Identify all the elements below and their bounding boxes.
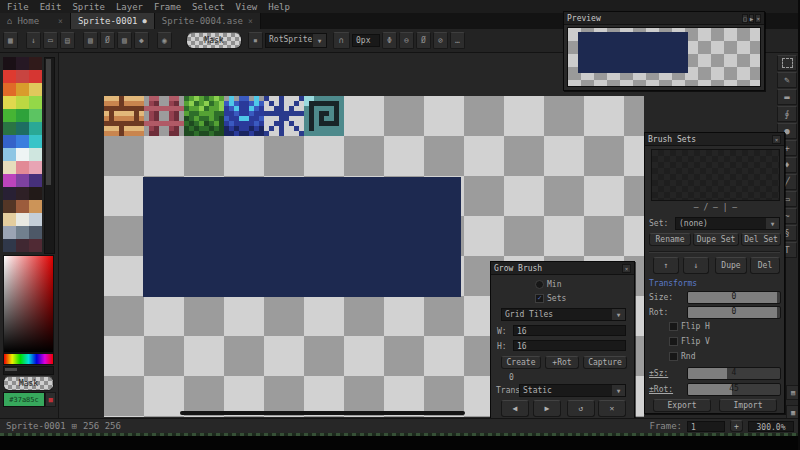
- menu-item-layer[interactable]: Layer: [116, 2, 143, 12]
- toolbar-button[interactable]: ◆: [134, 32, 149, 49]
- sets-checkbox[interactable]: ✓: [535, 294, 544, 303]
- dialog-close-button[interactable]: ✕: [598, 400, 626, 417]
- palette-swatch[interactable]: [3, 213, 16, 226]
- symmetry-option-button[interactable]: Ø: [416, 32, 431, 49]
- set-dropdown[interactable]: (none) ▼: [675, 217, 780, 230]
- width-field[interactable]: 16: [513, 325, 626, 336]
- palette-swatch[interactable]: [16, 96, 29, 109]
- palette-swatch[interactable]: [16, 57, 29, 70]
- flip-v-checkbox[interactable]: [669, 337, 678, 346]
- import-button[interactable]: Import: [719, 399, 777, 412]
- dupe-button[interactable]: Dupe: [715, 257, 747, 274]
- add-frame-button[interactable]: +: [730, 420, 743, 432]
- move-up-button[interactable]: ↑: [653, 257, 679, 274]
- menu-item-edit[interactable]: Edit: [40, 2, 62, 12]
- palette-swatch[interactable]: [29, 239, 42, 252]
- tab-sprite-0001[interactable]: Sprite-0001 ●: [71, 13, 155, 29]
- symmetry-option-button[interactable]: …: [450, 32, 465, 49]
- canvas-horizontal-scrollbar[interactable]: [180, 411, 465, 415]
- eyedropper-tool[interactable]: ∮: [777, 106, 797, 122]
- hue-bar[interactable]: [3, 353, 54, 365]
- toolbar-button[interactable]: ▤: [60, 32, 75, 49]
- palette-swatch[interactable]: [3, 96, 16, 109]
- toolbar-button[interactable]: ▩: [3, 32, 18, 49]
- palette-swatch[interactable]: [29, 70, 42, 83]
- menu-item-sprite[interactable]: Sprite: [72, 2, 105, 12]
- spray-width-field[interactable]: 0px: [352, 34, 380, 47]
- palette-swatch[interactable]: [16, 174, 29, 187]
- del-set-button[interactable]: Del Set: [741, 233, 781, 246]
- toolbar-button[interactable]: ▨: [117, 32, 132, 49]
- symmetry-option-button[interactable]: Φ: [382, 32, 397, 49]
- palette-swatch[interactable]: [3, 135, 16, 148]
- close-icon[interactable]: ×: [772, 135, 781, 144]
- plus-rot-button[interactable]: +Rot: [545, 356, 579, 369]
- eraser-tool[interactable]: ▬: [777, 89, 797, 105]
- palette-swatch[interactable]: [16, 109, 29, 122]
- rnd-checkbox[interactable]: [669, 352, 678, 361]
- next-button[interactable]: ▶: [533, 400, 561, 417]
- palette-swatch[interactable]: [29, 174, 42, 187]
- palette-swatch[interactable]: [16, 148, 29, 161]
- capture-button[interactable]: Capture: [583, 356, 627, 369]
- del-button[interactable]: Del: [750, 257, 780, 274]
- palette-scrollbar[interactable]: [44, 57, 55, 254]
- palette-swatch[interactable]: [16, 187, 29, 200]
- palette-swatch[interactable]: [3, 83, 16, 96]
- delta-size-slider[interactable]: 4: [687, 367, 781, 380]
- tab-home[interactable]: ⌂ Home ×: [0, 13, 71, 29]
- toolbar-button[interactable]: ▧: [83, 32, 98, 49]
- fence-tile[interactable]: [144, 96, 184, 136]
- palette-mini-slider[interactable]: [3, 366, 54, 375]
- toolbar-button[interactable]: ◉: [157, 32, 172, 49]
- menu-item-help[interactable]: Help: [268, 2, 290, 12]
- bush-tile[interactable]: [184, 96, 224, 136]
- palette-swatch[interactable]: [16, 200, 29, 213]
- brick-tile[interactable]: [104, 96, 144, 136]
- symmetry-option-button[interactable]: ⊘: [433, 32, 448, 49]
- zoom-field[interactable]: 300.0%: [748, 421, 794, 432]
- menu-item-view[interactable]: View: [236, 2, 258, 12]
- coral-tile[interactable]: [224, 96, 264, 136]
- palette-swatch[interactable]: [16, 83, 29, 96]
- star-tile[interactable]: [264, 96, 304, 136]
- color-picker-gradient[interactable]: [3, 255, 54, 353]
- palette-swatch[interactable]: [3, 122, 16, 135]
- menu-item-select[interactable]: Select: [192, 2, 225, 12]
- palette-swatch[interactable]: [3, 57, 16, 70]
- palette-swatch[interactable]: [16, 226, 29, 239]
- export-button[interactable]: Export: [653, 399, 711, 412]
- palette-swatch[interactable]: [3, 187, 16, 200]
- grow-brush-titlebar[interactable]: Grow Brush ×: [491, 262, 634, 275]
- tab-close-icon[interactable]: ×: [248, 17, 253, 26]
- size-slider[interactable]: 0: [687, 291, 781, 304]
- delta-rot-slider[interactable]: 45: [687, 383, 781, 396]
- palette-swatch[interactable]: [29, 96, 42, 109]
- palette-swatch[interactable]: [3, 70, 16, 83]
- palette-swatch[interactable]: [29, 148, 42, 161]
- palette-swatch[interactable]: [3, 148, 16, 161]
- toolbar-button[interactable]: Ø: [100, 32, 115, 49]
- height-field[interactable]: 16: [513, 340, 626, 351]
- palette-swatch[interactable]: [29, 109, 42, 122]
- dupe-set-button[interactable]: Dupe Set: [693, 233, 739, 246]
- close-icon[interactable]: ×: [755, 14, 761, 23]
- rotation-algorithm-dropdown[interactable]: RotSprite ▼: [265, 33, 327, 48]
- play-icon[interactable]: ▶: [749, 14, 755, 23]
- symmetry-option-button[interactable]: ⊖: [399, 32, 414, 49]
- palette-swatch[interactable]: [16, 135, 29, 148]
- min-radio[interactable]: [535, 280, 544, 289]
- brush-mask-button[interactable]: Mask: [186, 32, 242, 49]
- menu-item-frame[interactable]: Frame: [154, 2, 181, 12]
- pencil-tool[interactable]: ✎: [777, 72, 797, 88]
- palette-swatch[interactable]: [16, 122, 29, 135]
- brush-sets-titlebar[interactable]: Brush Sets ×: [645, 133, 784, 146]
- palette-swatch[interactable]: [29, 57, 42, 70]
- rename-button[interactable]: Rename: [649, 233, 691, 246]
- flip-h-checkbox[interactable]: [669, 322, 678, 331]
- refresh-button[interactable]: ↺: [567, 400, 595, 417]
- palette-swatch[interactable]: [29, 200, 42, 213]
- mode-dropdown[interactable]: Grid Tiles ▼: [501, 308, 626, 321]
- palette-swatch[interactable]: [3, 239, 16, 252]
- palette-swatch[interactable]: [16, 70, 29, 83]
